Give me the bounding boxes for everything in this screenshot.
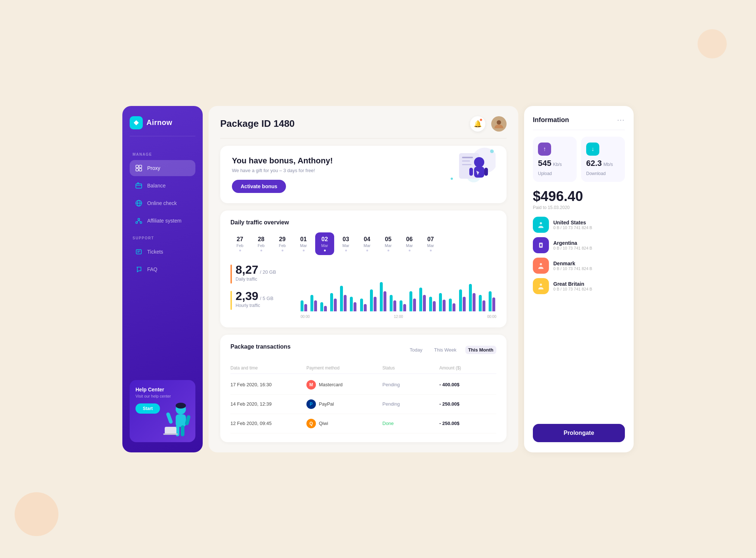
cell-method: Q Qiwi xyxy=(306,419,382,428)
chart-labels: 00:00 12:00 00:00 xyxy=(301,315,496,319)
upload-speed: 545 xyxy=(538,159,551,168)
teal-bar xyxy=(479,295,482,311)
svg-point-27 xyxy=(497,120,501,125)
tickets-icon xyxy=(135,248,143,256)
tab-this-month[interactable]: This Month xyxy=(465,346,496,354)
daily-limit: / 20 GB xyxy=(260,269,276,275)
purple-bar xyxy=(334,299,337,311)
purple-bar xyxy=(304,304,307,311)
bar-group xyxy=(400,300,407,311)
sidebar-item-label: FAQ xyxy=(147,266,157,272)
date-item[interactable]: 01 Mar xyxy=(294,232,313,255)
country-item: Great Britain 0 B / 10 73 741 824 B xyxy=(533,278,625,294)
bonus-text: You have bonus, Anthony! We have a gift … xyxy=(232,156,333,193)
teal-bar xyxy=(320,302,323,311)
date-item-active[interactable]: 02 Mar xyxy=(315,232,334,255)
bar-group xyxy=(320,302,328,311)
support-label: SUPPORT xyxy=(133,236,195,240)
bar-group xyxy=(449,299,457,311)
more-button[interactable]: ··· xyxy=(617,116,625,124)
date-item[interactable]: 07 Mar xyxy=(421,232,440,255)
country-item: United States 0 B / 10 73 741 824 B xyxy=(533,217,625,233)
hourly-value: 2,39 xyxy=(236,289,258,303)
svg-point-40 xyxy=(490,149,494,153)
page-title: Package ID 1480 xyxy=(220,118,295,129)
table-header: Data and time Payment method Status Amou… xyxy=(230,362,496,374)
table-row: 12 Feb 2020, 09:45 Q Qiwi Done - 250.00$ xyxy=(230,414,496,433)
hourly-limit: / 5 GB xyxy=(260,296,274,301)
country-data: 0 B / 10 73 741 824 B xyxy=(553,225,625,230)
cell-status: Done xyxy=(382,421,439,426)
sidebar-item-balance[interactable]: Balance xyxy=(130,178,195,194)
daily-traffic-stat: 8,27 / 20 GB Daily traffic xyxy=(230,264,289,284)
download-unit: Mb/s xyxy=(603,162,613,167)
daily-value: 8,27 xyxy=(236,263,258,276)
cell-status: Pending xyxy=(382,382,439,387)
help-card: Help Center Visit our help center Start xyxy=(130,380,195,442)
svg-rect-5 xyxy=(136,184,142,188)
traffic-chart: 00:00 12:00 00:00 xyxy=(301,264,496,319)
sidebar-item-online-check[interactable]: Online check xyxy=(130,195,195,211)
daily-traffic-bar xyxy=(230,265,232,284)
globe-icon xyxy=(135,199,143,207)
bar-group xyxy=(469,284,477,311)
svg-rect-4 xyxy=(139,168,142,171)
download-icon: ↓ xyxy=(586,143,599,156)
sidebar-item-tickets[interactable]: Tickets xyxy=(130,244,195,260)
col-status: Status xyxy=(382,365,439,371)
teal-bar xyxy=(380,282,383,311)
activate-bonus-button[interactable]: Activate bonus xyxy=(232,180,286,193)
tab-this-week[interactable]: This Week xyxy=(431,346,459,354)
svg-point-11 xyxy=(136,221,138,223)
tab-today[interactable]: Today xyxy=(407,346,425,354)
header-actions: 🔔 xyxy=(470,116,507,132)
purple-bar xyxy=(443,300,446,311)
date-item[interactable]: 29 Feb xyxy=(273,232,292,255)
country-item: Denmark 0 B / 10 73 741 824 B xyxy=(533,258,625,274)
teal-bar xyxy=(310,295,313,311)
traffic-title: Daily traffic overview xyxy=(230,219,496,226)
table-row: 14 Feb 2020, 12:39 P PayPal Pending - 25… xyxy=(230,395,496,414)
bar-group xyxy=(350,297,358,311)
svg-marker-0 xyxy=(134,120,139,125)
svg-point-34 xyxy=(474,157,484,167)
date-item[interactable]: 03 Mar xyxy=(336,232,355,255)
user-avatar[interactable] xyxy=(491,116,507,132)
svg-rect-32 xyxy=(462,160,470,162)
notification-button[interactable]: 🔔 xyxy=(470,116,485,132)
date-item[interactable]: 28 Feb xyxy=(252,232,271,255)
sidebar-item-affiliate[interactable]: Affiliate system xyxy=(130,213,195,229)
purple-bar xyxy=(383,291,386,311)
date-item[interactable]: 06 Mar xyxy=(400,232,419,255)
country-name: Great Britain xyxy=(553,281,625,287)
sidebar-item-faq[interactable]: FAQ xyxy=(130,261,195,277)
date-item[interactable]: 27 Feb xyxy=(230,232,249,255)
country-icon-us xyxy=(533,217,549,233)
cell-method: M Mastercard xyxy=(306,380,382,390)
help-start-button[interactable]: Start xyxy=(135,403,160,414)
svg-point-45 xyxy=(540,284,542,286)
period-tabs: Today This Week This Month xyxy=(407,346,496,354)
bar-group xyxy=(370,289,378,311)
teal-bar xyxy=(449,299,452,311)
purple-bar xyxy=(403,304,406,311)
bar-group xyxy=(479,295,486,311)
cell-status: Pending xyxy=(382,401,439,407)
prolongate-button[interactable]: Prolongate xyxy=(533,424,625,442)
panel-header: Information ··· xyxy=(533,116,625,130)
right-panel: Information ··· ↑ 545 Kb/s Upload ↓ 62.3… xyxy=(524,106,634,452)
svg-point-10 xyxy=(138,218,140,220)
upload-unit: Kb/s xyxy=(553,162,562,167)
date-item[interactable]: 04 Mar xyxy=(358,232,377,255)
bar-group xyxy=(429,297,437,311)
sidebar-item-proxy[interactable]: Proxy xyxy=(130,160,195,176)
svg-rect-26 xyxy=(163,433,178,435)
purple-bar xyxy=(423,295,426,311)
bar-group xyxy=(439,293,447,311)
country-data: 0 B / 10 73 741 824 B xyxy=(553,287,625,291)
date-item[interactable]: 05 Mar xyxy=(379,232,398,255)
sidebar-item-label: Online check xyxy=(147,200,177,206)
purple-bar xyxy=(453,303,455,311)
teal-bar xyxy=(360,299,363,311)
col-date: Data and time xyxy=(230,365,306,371)
